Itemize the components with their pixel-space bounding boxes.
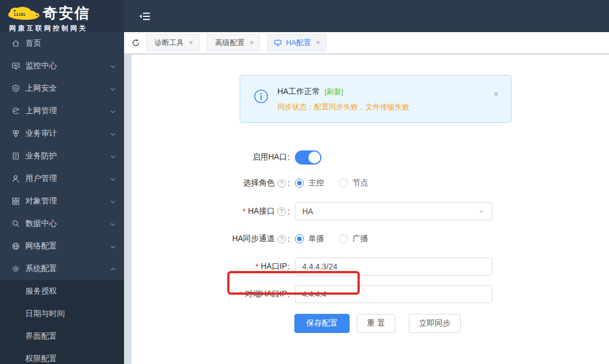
sidebar-subitem-label: 权限配置 — [25, 354, 57, 364]
sidebar-item-business-audit[interactable]: 业务审计 — [0, 122, 124, 145]
app-root: 11101 奇安信 网康互联网控制网关 首页 监控中心 上网安全 — [0, 0, 609, 364]
user-icon — [11, 174, 20, 183]
sidebar-subitem-label: 界面配置 — [25, 331, 57, 341]
sidebar-item-system-config[interactable]: 系统配置 — [0, 258, 124, 280]
sidebar-menu: 首页 监控中心 上网安全 上网管理 业务审计 — [0, 32, 124, 364]
chevron-down-icon — [109, 130, 116, 137]
sidebar-subitem-service-auth[interactable]: 服务授权 — [0, 280, 124, 303]
sidebar-item-internet-security[interactable]: 上网安全 — [0, 77, 124, 100]
ha-config-form: 启用HA口: 选择角色?: 主控 节点 *HA接口?: HA — [131, 75, 609, 333]
sidebar-subitem-label: 服务授权 — [25, 286, 57, 296]
ha-ip-input[interactable] — [295, 258, 492, 276]
chevron-down-icon — [109, 243, 116, 250]
chevron-down-icon — [109, 85, 116, 92]
role-label: 选择角色?: — [131, 178, 295, 188]
close-icon[interactable]: × — [189, 38, 193, 47]
toggle-knob — [308, 152, 320, 163]
radio-selected — [295, 234, 304, 243]
chevron-up-icon — [109, 265, 116, 272]
chevron-down-icon — [109, 108, 116, 114]
save-config-button[interactable]: 保存配置 — [294, 314, 350, 333]
tab-label: 高级配置 — [215, 38, 245, 48]
sidebar-item-network-config[interactable]: 网络配置 — [0, 235, 124, 258]
radio-selected — [295, 179, 304, 188]
chevron-down-icon — [109, 175, 116, 182]
search-icon — [11, 219, 20, 228]
help-icon[interactable]: ? — [277, 179, 286, 188]
chevron-down-icon — [109, 220, 116, 227]
tab-advanced-config[interactable]: 高级配置 × — [207, 34, 261, 51]
tab-label: 诊断工具 — [155, 38, 184, 48]
chevron-down-icon — [478, 208, 485, 215]
brand-tiger-icon: 11101 — [7, 5, 39, 22]
sidebar-item-monitor-center[interactable]: 监控中心 — [0, 55, 124, 77]
select-value: HA — [302, 207, 313, 216]
close-icon[interactable]: × — [316, 38, 320, 47]
home-icon — [11, 39, 20, 48]
sidebar-item-home[interactable]: 首页 — [0, 32, 124, 55]
sync-now-button[interactable]: 立即同步 — [409, 314, 461, 333]
sidebar-item-business-protection[interactable]: 业务防护 — [0, 145, 124, 167]
help-icon[interactable]: ? — [277, 207, 286, 216]
close-icon[interactable]: × — [250, 38, 254, 47]
sidebar-subitem-permission-config[interactable]: 权限配置 — [0, 348, 124, 364]
sync-channel-row: HA同步通道?: 单播 广播 — [131, 234, 609, 244]
radio-option-node[interactable]: 节点 — [339, 178, 368, 188]
sidebar-item-label: 数据中心 — [25, 219, 109, 229]
radio-unselected — [339, 179, 348, 188]
radio-option-broadcast[interactable]: 广播 — [339, 234, 368, 244]
ha-ip-label: *HA口IP: — [131, 261, 295, 272]
monitor-icon — [11, 61, 20, 70]
top-header — [124, 0, 609, 32]
gear-icon — [11, 264, 20, 273]
audit-icon — [11, 129, 20, 138]
sidebar-item-label: 用户管理 — [25, 174, 109, 184]
sidebar-item-internet-management[interactable]: 上网管理 — [0, 100, 124, 122]
sidebar-item-user-management[interactable]: 用户管理 — [0, 167, 124, 190]
sidebar-item-label: 上网管理 — [25, 106, 109, 116]
peer-ha-ip-row: *对端HA口IP: — [131, 285, 609, 303]
enable-ha-toggle[interactable] — [295, 150, 321, 165]
sidebar-item-label: 监控中心 — [25, 61, 109, 71]
sidebar-item-label: 业务防护 — [25, 151, 109, 161]
menu-fold-icon[interactable] — [139, 10, 151, 23]
system-config-submenu: 服务授权 日期与时间 界面配置 权限配置 — [0, 280, 124, 364]
brand-title: 奇安信 — [43, 3, 90, 23]
monitor-tab-icon — [274, 39, 283, 46]
shield-icon — [11, 84, 20, 93]
enable-ha-row: 启用HA口: — [131, 150, 609, 165]
sidebar-item-label: 网络配置 — [25, 241, 109, 251]
sidebar-item-label: 业务审计 — [25, 128, 109, 139]
tab-ha-config[interactable]: HA配置 × — [267, 34, 326, 51]
reload-icon[interactable] — [131, 38, 140, 47]
sidebar-subitem-date-time[interactable]: 日期与时间 — [0, 303, 124, 325]
sidebar-subitem-interface-config[interactable]: 界面配置 — [0, 325, 124, 348]
document-icon — [11, 152, 20, 161]
ha-interface-label: *HA接口?: — [131, 206, 295, 216]
sidebar-item-label: 对象管理 — [25, 196, 109, 206]
radio-unselected — [339, 234, 348, 243]
tab-diagnostic-tools[interactable]: 诊断工具 × — [146, 34, 200, 51]
sidebar-item-label: 首页 — [25, 38, 116, 48]
ha-interface-row: *HA接口?: HA — [131, 202, 609, 220]
ha-interface-select[interactable]: HA — [295, 202, 492, 220]
brand-logo: 11101 奇安信 网康互联网控制网关 — [0, 0, 124, 32]
reset-button[interactable]: 重 置 — [357, 314, 395, 333]
sidebar: 11101 奇安信 网康互联网控制网关 首页 监控中心 上网安全 — [0, 0, 124, 364]
peer-ha-ip-label: *对端HA口IP: — [131, 289, 295, 299]
chevron-down-icon — [109, 198, 116, 205]
chevron-down-icon — [109, 153, 116, 159]
sidebar-item-label: 系统配置 — [25, 264, 109, 274]
ha-ip-row: *HA口IP: — [131, 258, 609, 276]
sidebar-item-object-management[interactable]: 对象管理 — [0, 190, 124, 212]
radio-option-unicast[interactable]: 单播 — [295, 234, 324, 244]
chevron-down-icon — [109, 63, 116, 69]
globe-icon — [11, 242, 20, 251]
content-area: HA工作正常[刷新] 同步状态：配置同步失败，文件传输失败 × 启用HA口: 选… — [124, 54, 609, 364]
sidebar-item-data-center[interactable]: 数据中心 — [0, 212, 124, 235]
peer-ha-ip-input[interactable] — [295, 285, 492, 303]
help-icon[interactable]: ? — [277, 235, 286, 243]
radio-option-master[interactable]: 主控 — [295, 178, 324, 188]
svg-text:11101: 11101 — [14, 12, 25, 17]
browser-icon — [11, 106, 20, 116]
